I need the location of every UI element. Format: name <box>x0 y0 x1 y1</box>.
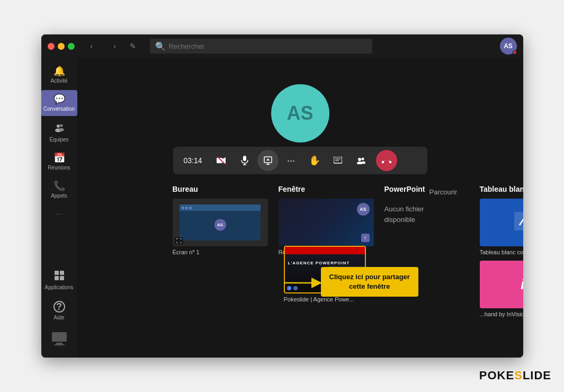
end-call-button[interactable] <box>376 150 397 171</box>
sidebar-item-device[interactable] <box>41 327 77 351</box>
applications-label: Applications <box>45 284 74 290</box>
phone-icon: 📞 <box>53 181 65 191</box>
powerpoint-section: PowerPoint Parcourir Aucun fichier dispo… <box>384 185 469 317</box>
svg-rect-9 <box>56 343 62 344</box>
forward-button[interactable]: › <box>109 40 121 52</box>
svg-point-1 <box>60 124 62 127</box>
bell-icon: 🔔 <box>53 66 65 76</box>
svg-point-24 <box>361 158 364 161</box>
sidebar-item-conversation[interactable]: 💬 Conversation <box>41 90 77 116</box>
main-layout: 🔔 Activité 💬 Conversation Équipes <box>41 58 523 358</box>
sidebar-item-activity[interactable]: 🔔 Activité <box>41 62 77 88</box>
device-icon <box>51 331 68 347</box>
svg-rect-6 <box>55 276 59 280</box>
teams-logo-small: T <box>361 234 370 242</box>
participants-button[interactable] <box>351 150 372 171</box>
call-avatar: AS <box>271 84 329 142</box>
svg-rect-8 <box>52 332 67 342</box>
pokeslide-branding: POKESLIDE <box>479 369 551 382</box>
window-thumb[interactable]: AS T <box>279 199 374 246</box>
svg-rect-4 <box>55 271 59 275</box>
search-icon: 🔍 <box>155 41 166 51</box>
search-bar[interactable]: 🔍 <box>150 39 372 54</box>
sidebar-item-teams[interactable]: Équipes <box>41 118 77 147</box>
invision-thumb[interactable]: in <box>480 261 523 308</box>
back-button[interactable]: ‹ <box>85 40 98 52</box>
tooltip-line2: cette fenêtre <box>349 282 390 290</box>
ppt-title: PowerPoint <box>384 185 425 193</box>
desktop-thumb[interactable]: AS ⛶ <box>173 199 268 246</box>
title-bar: ‹ › ✎ 🔍 AS <box>41 34 523 58</box>
invision-logo: in <box>521 276 523 293</box>
hand-icon: ✋ <box>309 155 320 166</box>
help-icon: ? <box>53 301 65 313</box>
share-button[interactable] <box>257 150 279 171</box>
whiteboard-thumb[interactable] <box>480 199 523 246</box>
search-input[interactable] <box>169 42 367 50</box>
brand-poke: POKE <box>479 369 514 382</box>
whiteboard-section: Tableau blanc Tableau blanc collaboratif… <box>480 185 523 317</box>
pokeslide-label: Pokeslide | Agence Powe... <box>284 296 366 302</box>
invision-label: ...hand by InVision <box>480 311 523 317</box>
svg-rect-20 <box>334 157 342 163</box>
window-title: Fenêtre <box>279 185 374 193</box>
more-options-button[interactable]: ··· <box>281 150 302 171</box>
sidebar-item-teams-label: Équipes <box>49 137 68 142</box>
svg-marker-18 <box>266 163 270 165</box>
maximize-button[interactable] <box>68 43 75 50</box>
svg-rect-14 <box>243 156 246 161</box>
svg-rect-28 <box>389 161 391 163</box>
desktop-title: Bureau <box>173 185 268 193</box>
svg-point-0 <box>57 124 60 128</box>
svg-rect-7 <box>60 276 64 280</box>
svg-point-3 <box>59 128 64 131</box>
sidebar-item-calls-label: Appels <box>51 193 67 199</box>
svg-rect-27 <box>382 161 384 163</box>
sidebar-bottom: Applications ? Aide <box>41 265 77 358</box>
svg-rect-10 <box>54 344 65 345</box>
mute-button[interactable] <box>234 150 255 171</box>
calendar-icon: 📅 <box>53 153 65 163</box>
sidebar-item-conversation-label: Conversation <box>43 106 75 112</box>
sidebar-item-activity-label: Activité <box>50 78 67 84</box>
arrow-tooltip: Cliquez ici pour partager cette fenêtre <box>321 267 418 297</box>
sidebar-item-calls[interactable]: 📞 Appels <box>41 177 77 203</box>
tooltip-box: Cliquez ici pour partager cette fenêtre <box>321 267 418 297</box>
avatar[interactable]: AS <box>500 38 517 55</box>
raise-hand-button[interactable]: ✋ <box>304 150 325 171</box>
avatar-text: AS <box>287 102 313 124</box>
pokeslide-header-text: L'AGENCE POWERPOINT <box>288 261 350 265</box>
content-area: AS 03:14 <box>77 58 523 358</box>
traffic-lights <box>48 43 75 50</box>
call-toolbar: 03:14 <box>173 147 427 174</box>
ppt-browse[interactable]: Parcourir <box>429 188 458 196</box>
brand-s: S <box>514 369 523 382</box>
chat-button[interactable] <box>327 150 348 171</box>
video-button[interactable] <box>211 150 232 171</box>
close-button[interactable] <box>48 43 55 50</box>
ellipsis-icon: ··· <box>287 155 295 166</box>
desktop-section: Bureau AS ⛶ Écran nº 1 <box>173 185 268 317</box>
wb-label: Tableau blanc collaboratif M <box>480 249 523 255</box>
sidebar-item-applications[interactable]: Applications <box>41 265 77 295</box>
more-dots[interactable]: ··· <box>51 205 67 223</box>
whiteboard-title: Tableau blanc <box>480 185 523 193</box>
teams-window: ‹ › ✎ 🔍 AS 🔔 Activité 💬 Conversation <box>41 34 523 358</box>
call-timer: 03:14 <box>177 156 209 165</box>
minimize-button[interactable] <box>58 43 65 50</box>
svg-point-26 <box>361 162 365 164</box>
screen-label: Écran nº 1 <box>173 249 268 255</box>
brand-lide: LIDE <box>523 369 551 382</box>
edit-button[interactable]: ✎ <box>127 40 139 52</box>
help-label: Aide <box>53 315 64 320</box>
svg-rect-5 <box>60 271 64 275</box>
sidebar-item-meetings-label: Réunions <box>48 165 70 171</box>
ppt-no-file: Aucun fichier disponible <box>384 204 469 225</box>
svg-marker-19 <box>266 158 270 161</box>
screen-icon: ⛶ <box>175 237 183 244</box>
sidebar-item-help[interactable]: ? Aide <box>41 297 77 325</box>
sidebar-item-meetings[interactable]: 📅 Réunions <box>41 149 77 175</box>
teams-icon <box>54 122 65 135</box>
status-dot <box>513 50 517 55</box>
chat-icon: 💬 <box>53 94 65 104</box>
